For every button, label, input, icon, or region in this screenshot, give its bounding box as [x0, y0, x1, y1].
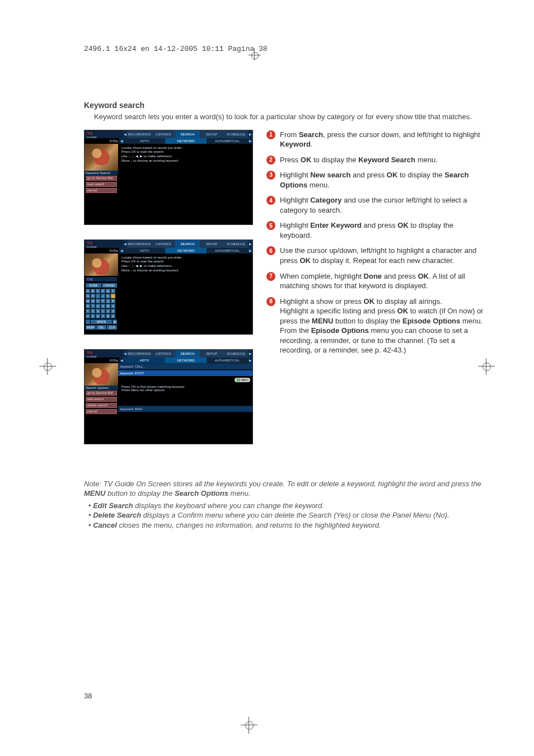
step-number-badge: 7: [266, 272, 275, 281]
kb-key-2[interactable]: 2: [106, 309, 110, 313]
tab-setup[interactable]: SETUP: [200, 350, 224, 358]
keyword-row[interactable]: keyword: MAN: [118, 406, 252, 412]
kb-key-done[interactable]: DONE: [86, 283, 101, 288]
tab-search[interactable]: SEARCH: [175, 240, 199, 248]
subtab-left-icon[interactable]: ◀: [119, 248, 124, 253]
kb-key-0[interactable]: 0: [96, 309, 100, 313]
subtab-hdtv[interactable]: HDTV: [124, 248, 165, 253]
kb-key-c[interactable]: C: [96, 289, 100, 293]
kb-key-clr[interactable]: CLR: [107, 325, 117, 330]
kb-key-s[interactable]: S: [86, 304, 90, 308]
kb-key-1[interactable]: 1: [101, 309, 105, 313]
tab-schedule[interactable]: SCHEDULE: [224, 350, 248, 358]
subtab-hdtv[interactable]: HDTV: [124, 358, 165, 363]
kb-key-3[interactable]: 3: [111, 309, 115, 313]
tab-schedule[interactable]: SCHEDULE: [224, 240, 248, 248]
ui-screenshot-results: TV GUIDE ◀ RECORDINGS LISTINGS SEARCH SE…: [84, 349, 253, 444]
tab-scroll-left-icon[interactable]: ◀: [123, 130, 127, 138]
kb-key-f[interactable]: F: [111, 289, 115, 293]
subtab-right-icon[interactable]: ▶: [248, 138, 252, 144]
tab-search[interactable]: SEARCH: [175, 130, 199, 138]
kb-key-n[interactable]: N: [91, 299, 95, 303]
menu-item-cancel[interactable]: cancel: [86, 409, 117, 414]
kb-key-del[interactable]: DEL: [96, 325, 106, 330]
tab-listings[interactable]: LISTINGS: [151, 350, 175, 358]
subtab-keyword[interactable]: KEYWORD: [165, 358, 207, 363]
kb-key-j[interactable]: J: [101, 294, 105, 298]
keyword-input[interactable]: CA|: [86, 277, 117, 281]
kb-key-q[interactable]: Q: [106, 299, 110, 303]
kb-key-v[interactable]: V: [101, 304, 105, 308]
menu-item-go-service-bar[interactable]: go to Service Bar: [86, 176, 117, 181]
subtab-alphabetical[interactable]: ALPHABETICAL: [207, 358, 248, 363]
subtab-left-icon[interactable]: ◀: [119, 138, 124, 144]
keyword-row-selected[interactable]: keyword: FOOT: [118, 370, 252, 376]
kb-key-d[interactable]: D: [101, 289, 105, 293]
kb-key-h[interactable]: H: [91, 294, 95, 298]
kb-key-i[interactable]: I: [96, 294, 100, 298]
menu-item-edit-search[interactable]: edit search: [86, 397, 117, 402]
tab-setup[interactable]: SETUP: [200, 130, 224, 138]
kb-key-6[interactable]: 6: [96, 314, 100, 318]
tab-scroll-left-icon[interactable]: ◀: [123, 350, 127, 358]
kb-key-g[interactable]: G: [86, 294, 90, 298]
kb-key-4[interactable]: 4: [86, 314, 90, 318]
kb-key-w[interactable]: W: [106, 304, 110, 308]
kb-key-z[interactable]: Z: [91, 309, 95, 313]
kb-key-l[interactable]: L: [111, 294, 115, 298]
kb-key-8[interactable]: 8: [106, 314, 110, 318]
page-number: 38: [84, 692, 92, 700]
kb-key-m[interactable]: M: [86, 299, 90, 303]
kb-key-t[interactable]: T: [91, 304, 95, 308]
subtab-alphabetical[interactable]: ALPHABETICAL: [207, 138, 248, 144]
keyword-row[interactable]: keyword: CALL: [118, 363, 252, 369]
kb-key-bksp[interactable]: BKSP: [86, 325, 96, 330]
tab-listings[interactable]: LISTINGS: [151, 130, 175, 138]
kb-key-p[interactable]: P: [101, 299, 105, 303]
menu-item-new-search[interactable]: new search: [86, 182, 117, 187]
tab-scroll-left-icon[interactable]: ◀: [123, 240, 127, 248]
subtab-hdtv[interactable]: HDTV: [124, 138, 165, 144]
kb-key-space[interactable]: SPACE: [91, 320, 112, 324]
tv-guide-logo: TV GUIDE: [85, 240, 123, 248]
tab-scroll-right-icon[interactable]: ▶: [248, 130, 252, 138]
info-button[interactable]: iINFO: [235, 378, 250, 382]
tab-scroll-right-icon[interactable]: ▶: [248, 240, 252, 248]
subtab-alphabetical[interactable]: ALPHABETICAL: [207, 248, 248, 253]
menu-item-go-service-bar[interactable]: go to Service Bar: [86, 391, 117, 396]
tab-recordings[interactable]: RECORDINGS: [127, 130, 151, 138]
subtab-left-icon[interactable]: ◀: [119, 358, 124, 363]
kb-key-x[interactable]: X: [111, 304, 115, 308]
subtab-right-icon[interactable]: ▶: [248, 248, 252, 253]
kb-key-9[interactable]: 9: [111, 314, 115, 318]
step-item: 1From Search, press the cursor down, and…: [266, 130, 484, 149]
subtab-keyword[interactable]: KEYWORD: [165, 138, 207, 144]
tab-scroll-right-icon[interactable]: ▶: [248, 350, 252, 358]
tab-recordings[interactable]: RECORDINGS: [127, 240, 151, 248]
step-text: Highlight a show or press OK to display …: [280, 297, 484, 355]
kb-key-b[interactable]: B: [91, 289, 95, 293]
kb-key-e[interactable]: E: [106, 289, 110, 293]
tab-setup[interactable]: SETUP: [200, 240, 224, 248]
tv-guide-logo: TV GUIDE: [85, 350, 123, 358]
kb-key-a[interactable]: A: [86, 289, 90, 293]
kb-key-5[interactable]: 5: [91, 314, 95, 318]
kb-key-period[interactable]: .: [86, 320, 90, 324]
kb-key-y[interactable]: Y: [86, 309, 90, 313]
subtab-right-icon[interactable]: ▶: [248, 358, 252, 363]
menu-item-cancel[interactable]: cancel: [86, 188, 117, 193]
tab-schedule[interactable]: SCHEDULE: [224, 130, 248, 138]
kb-key-r[interactable]: R: [111, 299, 115, 303]
help-line: Press OK to start the search: [121, 150, 249, 154]
kb-key-u[interactable]: U: [96, 304, 100, 308]
tab-listings[interactable]: LISTINGS: [151, 240, 175, 248]
tab-search[interactable]: SEARCH: [175, 350, 199, 358]
kb-key-k[interactable]: K: [106, 294, 110, 298]
menu-item-delete-search[interactable]: delete search: [86, 403, 117, 408]
kb-key-at[interactable]: @: [113, 320, 117, 324]
tab-recordings[interactable]: RECORDINGS: [127, 350, 151, 358]
subtab-keyword[interactable]: KEYWORD: [165, 248, 207, 253]
kb-key-o[interactable]: O: [96, 299, 100, 303]
kb-key-7[interactable]: 7: [101, 314, 105, 318]
kb-key-cancel[interactable]: CANCEL: [102, 283, 118, 288]
